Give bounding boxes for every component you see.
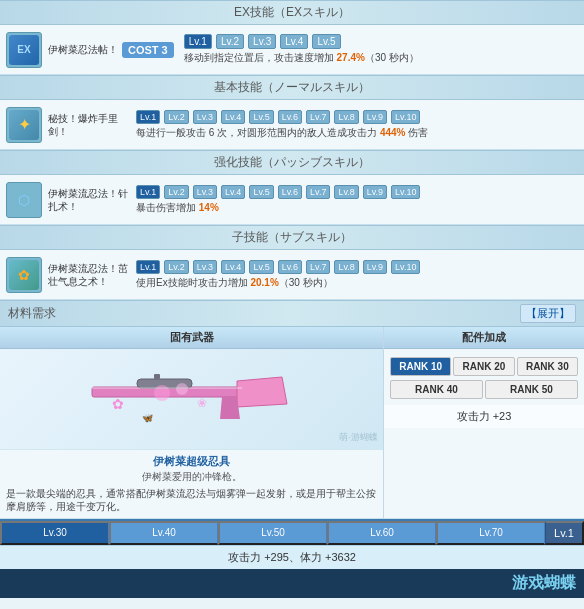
bottom-stat-row: 攻击力 +295、体力 +3632 xyxy=(0,545,584,569)
ex-skill-row: EX 伊树菜忍法帖！ COST 3 Lv.1 Lv.2 Lv.3 Lv.4 Lv… xyxy=(0,25,584,75)
passive-lv2-btn[interactable]: Lv.2 xyxy=(164,185,188,199)
bottom-lv60-btn[interactable]: Lv.60 xyxy=(327,521,436,545)
passive-skill-levels: Lv.1 Lv.2 Lv.3 Lv.4 Lv.5 Lv.6 Lv.7 Lv.8 … xyxy=(136,185,578,215)
materials-title: 材料需求 xyxy=(8,305,56,322)
bottom-lv30-btn[interactable]: Lv.30 xyxy=(0,521,109,545)
sub-lv9-btn[interactable]: Lv.9 xyxy=(363,260,387,274)
rank-effect: 攻击力 +23 xyxy=(384,405,584,428)
rank-grid-row2: RANK 40 RANK 50 xyxy=(384,380,584,405)
ex-lv2-btn[interactable]: Lv.2 xyxy=(216,34,244,49)
ex-lv5-btn[interactable]: Lv.5 xyxy=(312,34,340,49)
rank30-btn[interactable]: RANK 30 xyxy=(517,357,578,376)
ex-lv1-btn[interactable]: Lv.1 xyxy=(184,34,212,49)
expand-button[interactable]: 【展开】 xyxy=(520,304,576,323)
normal-skill-desc: 每进行一般攻击 6 次，对圆形范围内的敌人造成攻击力 444% 伤害 xyxy=(136,126,578,140)
svg-rect-2 xyxy=(154,374,160,379)
normal-lv5-btn[interactable]: Lv.5 xyxy=(249,110,273,124)
sub-highlight: 20.1% xyxy=(250,277,278,288)
passive-lv5-btn[interactable]: Lv.5 xyxy=(249,185,273,199)
sub-lv4-btn[interactable]: Lv.4 xyxy=(221,260,245,274)
passive-highlight: 14% xyxy=(199,202,219,213)
normal-lv4-btn[interactable]: Lv.4 xyxy=(221,110,245,124)
weapon-right-panel: 配件加成 RANK 10 RANK 20 RANK 30 RANK 40 RAN… xyxy=(384,327,584,518)
weapon-image-area: ✿ ❀ 🦋 萌·游蝴蝶 xyxy=(0,349,383,449)
ex-skill-name: 伊树菜忍法帖！ xyxy=(48,43,118,56)
sub-lv5-btn[interactable]: Lv.5 xyxy=(249,260,273,274)
svg-text:✿: ✿ xyxy=(112,396,124,412)
svg-text:❀: ❀ xyxy=(197,396,207,410)
passive-skill-icon: ⬡ xyxy=(6,182,42,218)
bottom-lv40-btn[interactable]: Lv.40 xyxy=(109,521,218,545)
sub-skill-header: 子技能（サブスキル） xyxy=(0,225,584,250)
passive-skill-header: 强化技能（パッシブスキル） xyxy=(0,150,584,175)
ex-lv3-btn[interactable]: Lv.3 xyxy=(248,34,276,49)
sub-skill-name: 伊树菜流忍法！茁壮气息之术！ xyxy=(48,262,128,288)
normal-lv8-btn[interactable]: Lv.8 xyxy=(334,110,358,124)
bottom-level-section: Lv.30 Lv.40 Lv.50 Lv.60 Lv.70 Lv.1 xyxy=(0,519,584,545)
sub-lv2-btn[interactable]: Lv.2 xyxy=(164,260,188,274)
normal-skill-icon: ✦ xyxy=(6,107,42,143)
sub-skill-desc: 使用Ex技能时攻击力增加 20.1%（30 秒内） xyxy=(136,276,578,290)
passive-skill-lv-row: Lv.1 Lv.2 Lv.3 Lv.4 Lv.5 Lv.6 Lv.7 Lv.8 … xyxy=(136,185,578,199)
passive-skill-desc: 暴击伤害增加 14% xyxy=(136,201,578,215)
passive-skill-name: 伊树菜流忍法！针扎术！ xyxy=(48,187,128,213)
weapon-sub-header: 固有武器 xyxy=(0,327,383,349)
normal-lv1-btn[interactable]: Lv.1 xyxy=(136,110,160,124)
passive-skill-row: ⬡ 伊树菜流忍法！针扎术！ Lv.1 Lv.2 Lv.3 Lv.4 Lv.5 L… xyxy=(0,175,584,225)
ex-skill-icon: EX xyxy=(6,32,42,68)
sub-skill-icon: ✿ xyxy=(6,257,42,293)
sub-skill-levels: Lv.1 Lv.2 Lv.3 Lv.4 Lv.5 Lv.6 Lv.7 Lv.8 … xyxy=(136,260,578,290)
sub-skill-lv-row: Lv.1 Lv.2 Lv.3 Lv.4 Lv.5 Lv.6 Lv.7 Lv.8 … xyxy=(136,260,578,274)
rank40-btn[interactable]: RANK 40 xyxy=(390,380,483,399)
ex-skill-lv-row: Lv.1 Lv.2 Lv.3 Lv.4 Lv.5 xyxy=(184,34,578,49)
rank10-btn[interactable]: RANK 10 xyxy=(390,357,451,376)
passive-lv8-btn[interactable]: Lv.8 xyxy=(334,185,358,199)
sub-lv10-btn[interactable]: Lv.10 xyxy=(391,260,420,274)
needle-icon: ⬡ xyxy=(18,192,30,208)
passive-lv6-btn[interactable]: Lv.6 xyxy=(278,185,302,199)
normal-lv3-btn[interactable]: Lv.3 xyxy=(193,110,217,124)
passive-lv3-btn[interactable]: Lv.3 xyxy=(193,185,217,199)
passive-lv4-btn[interactable]: Lv.4 xyxy=(221,185,245,199)
normal-skill-lv-row: Lv.1 Lv.2 Lv.3 Lv.4 Lv.5 Lv.6 Lv.7 Lv.8 … xyxy=(136,110,578,124)
normal-lv2-btn[interactable]: Lv.2 xyxy=(164,110,188,124)
sub-lv1-btn[interactable]: Lv.1 xyxy=(136,260,160,274)
passive-lv7-btn[interactable]: Lv.7 xyxy=(306,185,330,199)
normal-lv9-btn[interactable]: Lv.9 xyxy=(363,110,387,124)
weapon-sub-name: 伊树菜爱用的冲锋枪。 xyxy=(6,470,377,484)
sub-skill-row: ✿ 伊树菜流忍法！茁壮气息之术！ Lv.1 Lv.2 Lv.3 Lv.4 Lv.… xyxy=(0,250,584,300)
weapon-section: 固有武器 ✿ ❀ 🦋 xyxy=(0,327,584,519)
passive-lv1-btn[interactable]: Lv.1 xyxy=(136,185,160,199)
weapon-name: 伊树菜超级忍具 xyxy=(6,454,377,469)
branding-area: 游戏蝴蝶 xyxy=(0,569,584,598)
bottom-lv-more-btn[interactable]: Lv.1 xyxy=(545,521,584,545)
ex-skill-header: EX技能（EXスキル） xyxy=(0,0,584,25)
rank20-btn[interactable]: RANK 20 xyxy=(453,357,514,376)
normal-lv10-btn[interactable]: Lv.10 xyxy=(391,110,420,124)
passive-lv10-btn[interactable]: Lv.10 xyxy=(391,185,420,199)
weapon-left-panel: 固有武器 ✿ ❀ 🦋 xyxy=(0,327,384,518)
weapon-image: ✿ ❀ 🦋 xyxy=(82,359,302,439)
sub-lv6-btn[interactable]: Lv.6 xyxy=(278,260,302,274)
bottom-lv70-btn[interactable]: Lv.70 xyxy=(436,521,545,545)
sword-icon: ✦ xyxy=(18,115,31,134)
normal-skill-row: ✦ 秘技！爆炸手里剑！ Lv.1 Lv.2 Lv.3 Lv.4 Lv.5 Lv.… xyxy=(0,100,584,150)
normal-highlight: 444% xyxy=(380,127,406,138)
sub-lv8-btn[interactable]: Lv.8 xyxy=(334,260,358,274)
watermark: 萌·游蝴蝶 xyxy=(339,431,378,444)
bottom-lv-tabs: Lv.30 Lv.40 Lv.50 Lv.60 Lv.70 xyxy=(0,521,545,545)
rank50-btn[interactable]: RANK 50 xyxy=(485,380,578,399)
cost-badge: COST 3 xyxy=(122,42,174,58)
sub-lv7-btn[interactable]: Lv.7 xyxy=(306,260,330,274)
star-icon: ✿ xyxy=(18,267,30,283)
sub-lv3-btn[interactable]: Lv.3 xyxy=(193,260,217,274)
normal-lv6-btn[interactable]: Lv.6 xyxy=(278,110,302,124)
attribute-sub-header: 配件加成 xyxy=(384,327,584,349)
weapon-info: 伊树菜超级忍具 伊树菜爱用的冲锋枪。 是一款最尖端的忍具，通常搭配伊树菜流忍法与… xyxy=(0,449,383,518)
normal-lv7-btn[interactable]: Lv.7 xyxy=(306,110,330,124)
passive-lv9-btn[interactable]: Lv.9 xyxy=(363,185,387,199)
bottom-lv50-btn[interactable]: Lv.50 xyxy=(218,521,327,545)
brand-text: 游戏蝴蝶 xyxy=(512,574,576,591)
ex-lv4-btn[interactable]: Lv.4 xyxy=(280,34,308,49)
materials-header: 材料需求 【展开】 xyxy=(0,300,584,327)
